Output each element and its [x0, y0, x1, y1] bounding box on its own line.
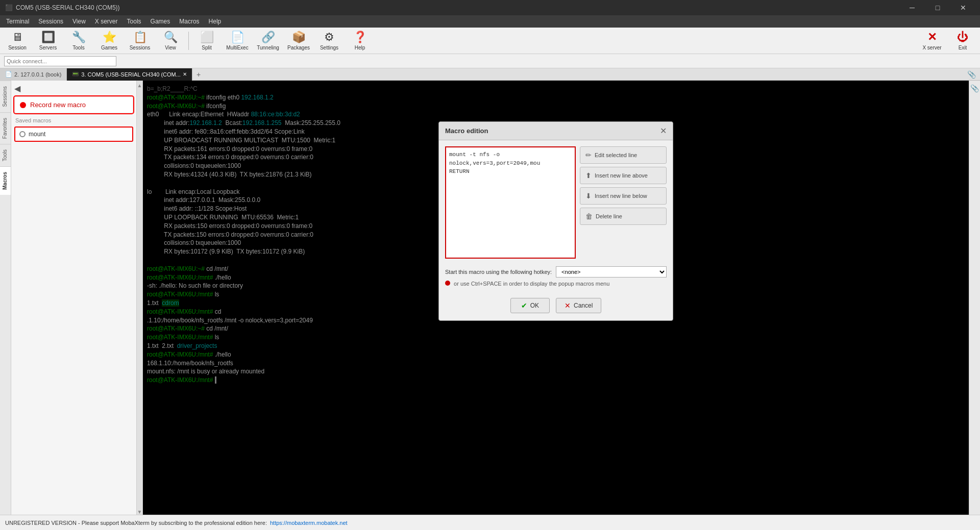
menu-games[interactable]: Games — [146, 17, 175, 26]
insert-below-icon: ⬇ — [585, 192, 592, 200]
toolbar-exit[interactable]: ⏻ Exit — [948, 29, 977, 53]
macro-edition-modal: Macro edition ✕ mount -t nfs -o nolock,v… — [438, 121, 673, 321]
toolbar-packages[interactable]: 📦 Packages — [284, 29, 313, 53]
menu-terminal[interactable]: Terminal — [2, 17, 33, 26]
toolbar-sessions[interactable]: 📋 Sessions — [126, 29, 154, 53]
modal-close-button[interactable]: ✕ — [660, 126, 667, 136]
close-button[interactable]: ✕ — [951, 0, 975, 15]
saved-macros-label: Saved macros — [14, 117, 133, 123]
sidebar-tab-favorites[interactable]: Favorites — [0, 112, 11, 144]
toolbar-session[interactable]: 🖥 Session — [3, 29, 32, 53]
tab2-close-icon[interactable]: ✕ — [183, 71, 187, 77]
ok-check-icon: ✔ — [521, 301, 527, 310]
macro-action-buttons: ✏ Edit selected line ⬆ Insert new line a… — [580, 146, 667, 260]
toolbar-games[interactable]: ⭐ Games — [95, 29, 124, 53]
delete-line-button[interactable]: 🗑 Delete line — [580, 208, 667, 225]
ok-button[interactable]: ✔ OK — [510, 298, 550, 313]
split-icon: ⬜ — [200, 31, 214, 44]
record-dot-icon — [20, 102, 26, 108]
sidebar-tab-macros[interactable]: Macros — [0, 166, 11, 195]
tab1-label: 2. 127.0.0.1 (book) — [14, 71, 61, 78]
menu-xserver[interactable]: X server — [91, 17, 122, 26]
macros-panel: ◀ Record new macro Saved macros mount — [11, 81, 136, 515]
insert-above-icon: ⬆ — [585, 171, 592, 180]
minimize-button[interactable]: ─ — [900, 0, 924, 15]
ok-label: OK — [530, 302, 539, 309]
session-icon: 🖥 — [12, 31, 23, 44]
toolbar-tools-label: Tools — [72, 45, 84, 51]
terminal-area[interactable]: b=_b;R2____R:^C root@ATK-IMX6U:~# ifconf… — [143, 81, 969, 515]
cancel-button[interactable]: ✕ Cancel — [556, 298, 601, 313]
toolbar-xserver[interactable]: ✕ X server — [918, 29, 946, 53]
insert-above-label: Insert new line above — [595, 172, 648, 179]
window-title: COM5 (USB-SERIAL CH340 (COM5)) — [16, 4, 120, 11]
macro-textarea[interactable]: mount -t nfs -o nolock,vers=3,port=2049,… — [445, 146, 576, 259]
tab-2[interactable]: 📟 3. COM5 (USB-SERIAL CH340 (COM... ✕ — [67, 68, 192, 81]
modal-footer: ✔ OK ✕ Cancel — [439, 293, 673, 320]
toolbar-servers[interactable]: 🔲 Servers — [34, 29, 62, 53]
toolbar-exit-label: Exit — [959, 45, 967, 51]
toolbar-tools[interactable]: 🔧 Tools — [64, 29, 93, 53]
main-layout: Sessions Favorites Tools Macros ◀ Record… — [0, 81, 980, 515]
tunneling-icon: 🔗 — [261, 31, 275, 44]
ctrl-space-hint: or use Ctrl+SPACE in order to display th… — [445, 281, 667, 287]
toolbar-help-label: Help — [355, 45, 365, 51]
delete-line-label: Delete line — [596, 213, 622, 219]
status-text: UNREGISTERED VERSION - Please support Mo… — [5, 520, 267, 526]
menu-sessions[interactable]: Sessions — [34, 17, 67, 26]
toolbar-split[interactable]: ⬜ Split — [192, 29, 221, 53]
sidebar-scrollbar[interactable]: ▲ ▼ — [136, 81, 142, 515]
edit-line-button[interactable]: ✏ Edit selected line — [580, 146, 667, 164]
tab1-icon: 📄 — [5, 71, 12, 78]
menu-view[interactable]: View — [68, 17, 90, 26]
toolbar-settings[interactable]: ⚙ Settings — [315, 29, 344, 53]
macro-item-mount[interactable]: mount — [14, 127, 133, 142]
insert-below-label: Insert new line below — [595, 193, 647, 199]
cancel-x-icon: ✕ — [565, 301, 571, 310]
sidebar-tab-tools[interactable]: Tools — [0, 144, 11, 166]
scroll-up-icon[interactable]: ▲ — [137, 83, 142, 88]
tab-1[interactable]: 📄 2. 127.0.0.1 (book) — [0, 68, 67, 81]
insert-above-button[interactable]: ⬆ Insert new line above — [580, 167, 667, 184]
status-bar: UNREGISTERED VERSION - Please support Mo… — [0, 515, 980, 530]
menu-tools[interactable]: Tools — [123, 17, 145, 26]
quick-connect-input[interactable] — [4, 56, 116, 66]
help-icon: ❓ — [353, 31, 367, 44]
red-dot-icon — [445, 281, 450, 286]
right-icons: 📎 — [969, 81, 980, 515]
quick-connect-bar — [0, 54, 980, 68]
macro-editor-area: mount -t nfs -o nolock,vers=3,port=2049,… — [445, 146, 667, 260]
menu-help[interactable]: Help — [205, 17, 226, 26]
sidebar: Sessions Favorites Tools Macros ◀ Record… — [0, 81, 143, 515]
games-icon: ⭐ — [103, 31, 116, 44]
toolbar-servers-label: Servers — [39, 45, 57, 51]
tabs-row: 📄 2. 127.0.0.1 (book) 📟 3. COM5 (USB-SER… — [0, 68, 980, 81]
settings-icon: ⚙ — [324, 31, 334, 44]
toolbar-help[interactable]: ❓ Help — [346, 29, 374, 53]
insert-below-button[interactable]: ⬇ Insert new line below — [580, 187, 667, 205]
sidebar-tab-sessions[interactable]: Sessions — [0, 81, 11, 112]
maximize-button[interactable]: □ — [926, 0, 949, 15]
toolbar-view[interactable]: 🔍 View — [156, 29, 185, 53]
right-icon-1[interactable]: 📎 — [969, 83, 980, 94]
record-macro-button[interactable]: Record new macro — [14, 96, 133, 113]
attach-button[interactable]: 📎 — [963, 70, 980, 79]
hotkey-select[interactable]: <none> F1 F2 F3 F4 F5 F6 F7 F8 F9 F10 F1… — [556, 266, 667, 277]
sessions-icon: 📋 — [133, 31, 147, 44]
modal-overlay: Macro edition ✕ mount -t nfs -o nolock,v… — [143, 81, 969, 515]
edit-line-icon: ✏ — [585, 151, 592, 159]
toolbar-sessions-label: Sessions — [130, 45, 151, 51]
hotkey-row: Start this macro using the following hot… — [445, 266, 667, 277]
status-link[interactable]: https://mobaxterm.mobatek.net — [270, 520, 348, 526]
scroll-down-icon[interactable]: ▼ — [137, 509, 142, 515]
modal-body: mount -t nfs -o nolock,vers=3,port=2049,… — [439, 140, 673, 293]
view-icon: 🔍 — [164, 31, 178, 44]
new-tab-button[interactable]: + — [192, 70, 205, 79]
toolbar-tunneling[interactable]: 🔗 Tunneling — [254, 29, 282, 53]
modal-header: Macro edition ✕ — [439, 122, 673, 140]
menu-macros[interactable]: Macros — [175, 17, 203, 26]
multiexec-icon: 📄 — [231, 31, 244, 44]
xserver-icon: ✕ — [927, 31, 937, 44]
toolbar-multiexec[interactable]: 📄 MultiExec — [223, 29, 252, 53]
sidebar-back-button[interactable]: ◀ — [14, 84, 133, 93]
